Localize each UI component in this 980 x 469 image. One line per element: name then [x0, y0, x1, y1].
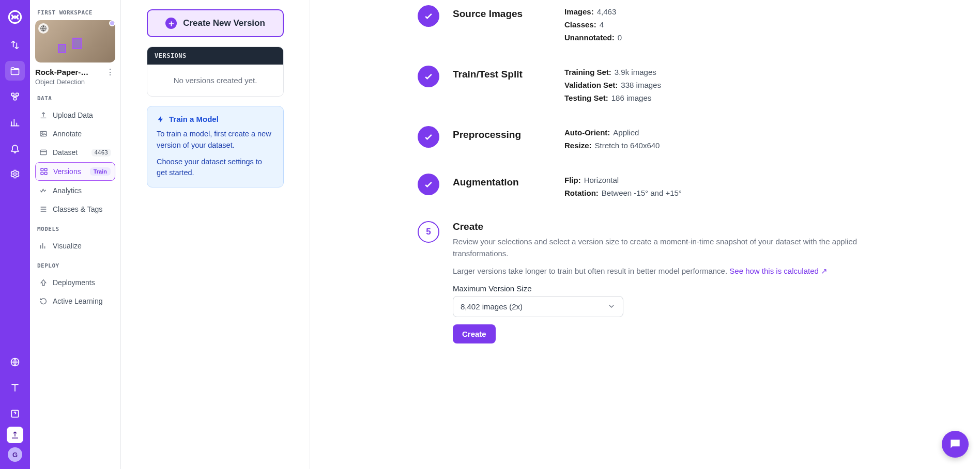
- sidebar-item-label: Classes & Tags: [53, 205, 102, 213]
- project-type: Object Detection: [35, 78, 115, 86]
- sidebar-item-active-learning[interactable]: Active Learning: [35, 292, 115, 310]
- chevron-down-icon: [607, 302, 616, 310]
- logo[interactable]: [5, 7, 25, 27]
- sidebar-item-label: Active Learning: [53, 297, 103, 305]
- sidebar-item-annotate[interactable]: Annotate: [35, 125, 115, 143]
- upload-icon[interactable]: [7, 427, 23, 443]
- info-text-2: Choose your dataset settings to get star…: [157, 157, 274, 179]
- info-text-1: To train a model, first create a new ver…: [157, 129, 274, 151]
- version-size-value: 8,402 images (2x): [461, 302, 523, 311]
- svg-rect-3: [14, 98, 17, 100]
- dataset-count-badge: 4463: [91, 149, 112, 157]
- svg-point-9: [42, 133, 43, 134]
- check-icon: [418, 126, 439, 148]
- info-header: Train a Model: [157, 115, 274, 123]
- chat-fab[interactable]: [942, 431, 969, 458]
- svg-point-4: [14, 173, 17, 176]
- train-model-info-card: Train a Model To train a model, first cr…: [147, 106, 284, 187]
- project-sidebar: FIRST WORKSPACE Rock-Paper-… ⋮ Object De…: [30, 0, 121, 469]
- svg-rect-11: [41, 168, 43, 171]
- sidebar-item-label: Versions: [53, 167, 81, 176]
- svg-rect-1: [11, 93, 14, 96]
- sidebar-item-label: Analytics: [53, 186, 82, 195]
- check-icon: [418, 5, 439, 27]
- step-title: Source Images: [453, 5, 551, 46]
- section-deploy: DEPLOY: [37, 262, 113, 269]
- section-models: MODELS: [37, 226, 113, 232]
- sidebar-item-versions[interactable]: VersionsTrain: [35, 162, 115, 181]
- nav-rail: G: [0, 0, 30, 469]
- version-size-select[interactable]: 8,402 images (2x): [453, 296, 623, 317]
- sidebar-item-deployments[interactable]: Deployments: [35, 274, 115, 291]
- svg-rect-12: [44, 168, 47, 171]
- step-number: 5: [418, 221, 439, 243]
- sidebar-item-label: Visualize: [53, 242, 82, 250]
- versions-list-card: VERSIONS No versions created yet.: [147, 46, 284, 97]
- svg-rect-10: [40, 150, 47, 154]
- svg-point-0: [9, 11, 21, 23]
- project-thumbnail[interactable]: [35, 20, 115, 62]
- explore-icon[interactable]: [5, 352, 25, 372]
- versions-empty-state: No versions created yet.: [147, 65, 283, 96]
- section-data: DATA: [37, 95, 113, 102]
- info-title: Train a Model: [169, 115, 219, 123]
- plus-icon: ＋: [165, 18, 177, 29]
- create-description-1: Review your selections and select a vers…: [453, 236, 872, 260]
- step-title: Create: [453, 221, 872, 232]
- create-new-version-button[interactable]: ＋ Create New Version: [147, 9, 284, 37]
- step-title: Augmentation: [453, 174, 551, 201]
- settings-icon[interactable]: [5, 164, 25, 184]
- step-source-images: Source Images Images:4,463 Classes:4 Una…: [418, 5, 872, 46]
- project-name: Rock-Paper-…: [35, 68, 102, 76]
- status-dot: [109, 20, 115, 26]
- analytics-icon[interactable]: [5, 113, 25, 132]
- create-new-version-label: Create New Version: [183, 18, 265, 28]
- sidebar-item-label: Upload Data: [53, 111, 93, 119]
- chat-icon: [948, 437, 962, 451]
- calc-link[interactable]: See how this is calculated ↗: [729, 267, 828, 275]
- create-button[interactable]: Create: [453, 324, 496, 343]
- sidebar-item-visualize[interactable]: Visualize: [35, 237, 115, 255]
- step-preprocessing: Preprocessing Auto-Orient:Applied Resize…: [418, 126, 872, 154]
- svg-rect-14: [44, 172, 47, 175]
- sidebar-item-dataset[interactable]: Dataset4463: [35, 144, 115, 161]
- step-augmentation: Augmentation Flip:Horizontal Rotation:Be…: [418, 174, 872, 201]
- workspace-label: FIRST WORKSPACE: [37, 9, 113, 16]
- notifications-icon[interactable]: [5, 138, 25, 158]
- models-icon[interactable]: [5, 87, 25, 106]
- main-content: Source Images Images:4,463 Classes:4 Una…: [310, 0, 980, 469]
- sidebar-item-upload[interactable]: Upload Data: [35, 106, 115, 124]
- user-avatar[interactable]: G: [8, 447, 22, 462]
- project-menu-button[interactable]: ⋮: [105, 67, 115, 77]
- versions-card-header: VERSIONS: [147, 47, 283, 65]
- transfer-icon[interactable]: [5, 35, 25, 55]
- step-train-test-split: Train/Test Split Training Set:3.9k image…: [418, 66, 872, 106]
- step-title: Preprocessing: [453, 126, 551, 154]
- create-description-2: Larger versions take longer to train but…: [453, 265, 872, 277]
- version-size-label: Maximum Version Size: [453, 284, 872, 293]
- sidebar-item-label: Deployments: [53, 278, 95, 287]
- bolt-icon: [157, 115, 165, 123]
- sidebar-item-analytics[interactable]: Analytics: [35, 182, 115, 199]
- help-icon[interactable]: [5, 404, 25, 424]
- step-title: Train/Test Split: [453, 66, 551, 106]
- check-icon: [418, 174, 439, 195]
- sidebar-item-label: Annotate: [53, 130, 82, 138]
- svg-rect-13: [41, 172, 43, 175]
- train-pill: Train: [90, 167, 111, 176]
- globe-icon: [38, 23, 49, 34]
- sidebar-item-label: Dataset: [53, 148, 78, 157]
- check-icon: [418, 66, 439, 87]
- step-create: 5 Create Review your selections and sele…: [418, 221, 872, 343]
- sidebar-item-classes[interactable]: Classes & Tags: [35, 200, 115, 218]
- project-icon[interactable]: [5, 61, 25, 81]
- svg-rect-2: [16, 93, 19, 96]
- docs-icon[interactable]: [5, 378, 25, 398]
- versions-column: ＋ Create New Version VERSIONS No version…: [121, 0, 310, 469]
